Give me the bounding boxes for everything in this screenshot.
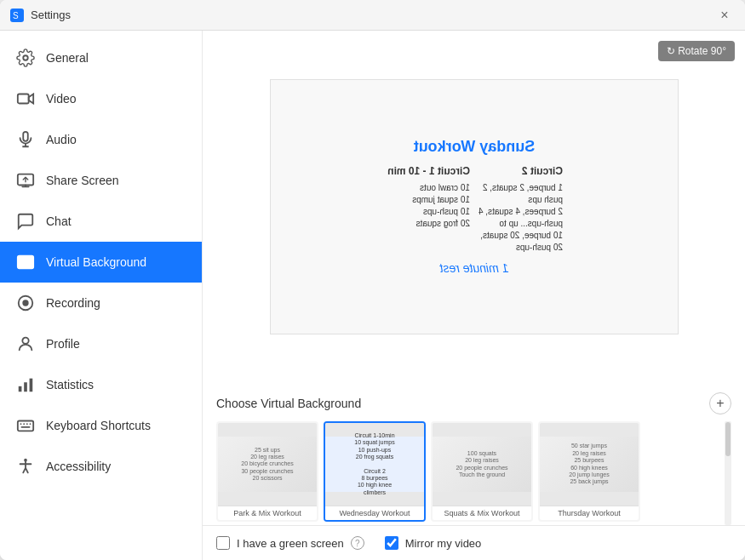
sidebar-label-keyboard-shortcuts: Keyboard Shortcuts xyxy=(46,419,151,432)
sidebar-item-accessibility[interactable]: Accessibility xyxy=(0,446,202,487)
scrollbar[interactable] xyxy=(725,421,731,525)
video-icon xyxy=(14,87,37,111)
circuit1-col: Circuit 1 - 10 min 10 crawl outs10 squat… xyxy=(386,164,470,254)
thumbnail-1[interactable]: 25 sit ups20 leg raises20 bicycle crunch… xyxy=(216,421,318,522)
thumb-4-preview: 50 star jumps20 leg raises25 burpees60 h… xyxy=(540,437,639,492)
sidebar-item-audio[interactable]: Audio xyxy=(0,119,202,160)
titlebar: S Settings × xyxy=(0,0,745,31)
thumb-2-image: Circuit 1-10min10 squat jumps10 push-ups… xyxy=(325,423,424,506)
workout-content: Sunday Workout Circuit 2 1 burpee, 2 squ… xyxy=(377,128,571,286)
svg-rect-15 xyxy=(30,379,33,392)
green-screen-checkbox[interactable] xyxy=(216,536,230,550)
keyboard-icon xyxy=(14,414,37,437)
mirror-video-option[interactable]: Mirror my video xyxy=(385,536,482,550)
sidebar-label-video: Video xyxy=(46,92,77,106)
gear-icon xyxy=(14,46,37,70)
thumbnail-2[interactable]: Circuit 1-10min10 squat jumps10 push-ups… xyxy=(324,421,426,522)
workout-title: Sunday Workout xyxy=(386,136,563,157)
thumb-1-label: Park & Mix Workout xyxy=(218,506,317,520)
virtual-background-icon xyxy=(14,250,37,274)
choose-section: Choose Virtual Background + 25 sit ups20… xyxy=(203,382,745,525)
content-area: General Video xyxy=(0,31,745,560)
info-icon[interactable]: ? xyxy=(351,536,364,550)
scrollbar-thumb xyxy=(725,422,731,456)
circuit1-items: 10 crawl outs10 squat jumps10 push-ups20… xyxy=(386,182,470,230)
sidebar-label-general: General xyxy=(46,51,89,65)
circuit1-title: Circuit 1 - 10 min xyxy=(386,164,470,179)
svg-point-2 xyxy=(23,55,28,60)
sidebar-item-general[interactable]: General xyxy=(0,37,202,78)
statistics-icon xyxy=(14,373,37,397)
sidebar-item-video[interactable]: Video xyxy=(0,78,202,119)
recording-icon xyxy=(14,291,37,315)
thumb-4-label: Thursday Workout xyxy=(540,506,639,520)
green-screen-option[interactable]: I have a green screen ? xyxy=(216,536,364,550)
choose-header: Choose Virtual Background + xyxy=(216,392,731,414)
share-screen-icon xyxy=(14,169,37,192)
svg-rect-3 xyxy=(18,94,29,104)
sidebar-item-recording[interactable]: Recording xyxy=(0,283,202,323)
sidebar-label-profile: Profile xyxy=(46,337,80,351)
app-icon: S xyxy=(10,9,24,22)
workout-grid: Circuit 2 1 burpee, 2 squats, 2push ups2… xyxy=(386,164,563,254)
svg-rect-16 xyxy=(18,421,33,431)
main-content: ↻ Rotate 90° Sunday Workout Circuit 2 1 … xyxy=(203,31,745,560)
sidebar-label-recording: Recording xyxy=(46,296,100,310)
profile-icon xyxy=(14,332,37,356)
svg-rect-4 xyxy=(23,132,28,141)
svg-rect-13 xyxy=(19,386,22,391)
sidebar-label-virtual-background: Virtual Background xyxy=(46,255,146,269)
sidebar-item-chat[interactable]: Chat xyxy=(0,201,202,242)
close-button[interactable]: × xyxy=(714,5,735,26)
svg-point-11 xyxy=(22,300,28,306)
circuit2-title: Circuit 2 xyxy=(479,164,563,179)
sidebar-item-profile[interactable]: Profile xyxy=(0,323,202,364)
thumb-2-label: Wednesday Workout xyxy=(325,506,424,520)
sidebar-item-statistics[interactable]: Statistics xyxy=(0,364,202,405)
settings-window: S Settings × General xyxy=(0,0,745,560)
window-title: Settings xyxy=(31,9,714,21)
svg-text:S: S xyxy=(13,11,19,20)
preview-image: Sunday Workout Circuit 2 1 burpee, 2 squ… xyxy=(270,79,679,334)
thumbnails-list: 25 sit ups20 leg raises20 bicycle crunch… xyxy=(216,421,731,525)
mirror-video-label: Mirror my video xyxy=(405,537,482,550)
sidebar-label-share-screen: Share Screen xyxy=(46,174,119,187)
add-background-button[interactable]: + xyxy=(709,392,731,414)
svg-point-12 xyxy=(22,338,28,344)
chat-icon xyxy=(14,209,37,233)
sidebar-label-chat: Chat xyxy=(46,214,72,228)
accessibility-icon xyxy=(14,454,37,478)
circuit2-col: Circuit 2 1 burpee, 2 squats, 2push ups2… xyxy=(479,164,563,254)
thumb-1-image: 25 sit ups20 leg raises20 bicycle crunch… xyxy=(218,423,317,506)
thumb-3-image: 100 squats20 leg raises20 people crunche… xyxy=(433,423,531,506)
thumb-3-label: Squats & Mix Workout xyxy=(433,506,531,520)
thumb-1-preview: 25 sit ups20 leg raises20 bicycle crunch… xyxy=(218,437,317,492)
sidebar-item-share-screen[interactable]: Share Screen xyxy=(0,160,202,201)
thumbnail-3[interactable]: 100 squats20 leg raises20 people crunche… xyxy=(431,421,533,522)
thumb-3-preview: 100 squats20 leg raises20 people crunche… xyxy=(433,437,531,492)
rest-text: 1 minute rest xyxy=(386,260,563,277)
green-screen-label: I have a green screen xyxy=(237,537,344,550)
sidebar-item-virtual-background[interactable]: Virtual Background xyxy=(0,242,202,283)
thumbnails-container: 25 sit ups20 leg raises20 bicycle crunch… xyxy=(216,421,731,525)
sidebar-label-audio: Audio xyxy=(46,133,77,146)
choose-label: Choose Virtual Background xyxy=(216,397,361,410)
rotate-button[interactable]: ↻ Rotate 90° xyxy=(658,41,735,61)
bottom-bar: I have a green screen ? Mirror my video xyxy=(203,525,745,560)
svg-rect-14 xyxy=(24,382,27,391)
mirror-video-checkbox[interactable] xyxy=(385,536,398,550)
thumbnail-4[interactable]: 50 star jumps20 leg raises25 burpees60 h… xyxy=(538,421,640,522)
sidebar-label-accessibility: Accessibility xyxy=(46,460,111,473)
thumb-4-image: 50 star jumps20 leg raises25 burpees60 h… xyxy=(540,423,639,506)
circuit2-items: 1 burpee, 2 squats, 2push ups2 burpees, … xyxy=(479,182,563,254)
sidebar: General Video xyxy=(0,31,203,560)
preview-area: ↻ Rotate 90° Sunday Workout Circuit 2 1 … xyxy=(203,31,745,382)
thumb-2-preview: Circuit 1-10min10 squat jumps10 push-ups… xyxy=(325,437,424,492)
sidebar-item-keyboard-shortcuts[interactable]: Keyboard Shortcuts xyxy=(0,405,202,446)
sidebar-label-statistics: Statistics xyxy=(46,378,94,391)
audio-icon xyxy=(14,128,37,151)
